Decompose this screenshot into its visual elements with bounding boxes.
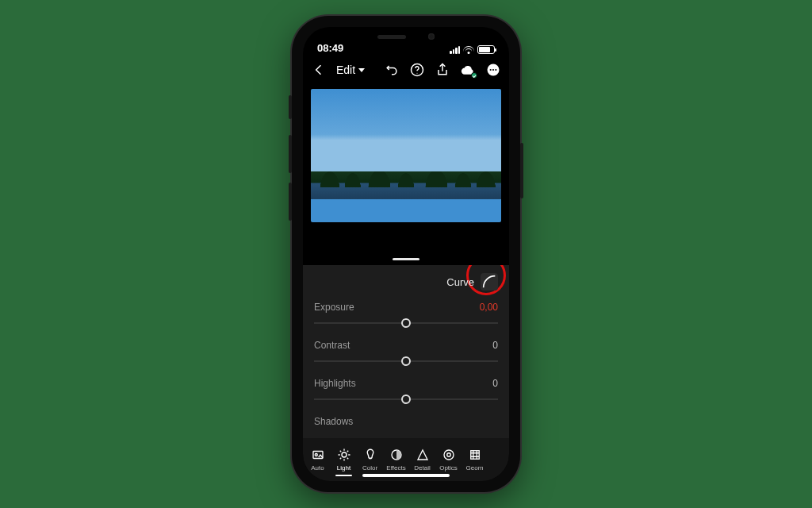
battery-icon xyxy=(477,45,495,54)
exposure-slider[interactable]: Exposure 0,00 xyxy=(314,302,498,329)
exposure-value: 0,00 xyxy=(480,302,498,313)
side-button-volume-up xyxy=(289,135,292,173)
highlights-value: 0 xyxy=(492,378,498,389)
tab-label: Effects xyxy=(386,464,405,471)
shadows-label: Shadows xyxy=(314,416,353,427)
help-button[interactable] xyxy=(409,62,425,78)
tab-optics[interactable]: Optics xyxy=(435,444,462,475)
tab-label: Auto xyxy=(311,464,324,471)
share-button[interactable] xyxy=(435,62,450,78)
phone-screen: 08:49 Edit xyxy=(303,27,509,481)
cloud-sync-button[interactable] xyxy=(460,62,476,78)
side-button-silence xyxy=(289,95,292,119)
tab-detail[interactable]: Detail xyxy=(409,444,435,475)
edit-mode-label: Edit xyxy=(336,64,355,76)
tab-auto[interactable]: Auto xyxy=(304,444,331,475)
svg-point-4 xyxy=(492,69,494,71)
slider-thumb[interactable] xyxy=(401,356,411,366)
geometry-icon xyxy=(468,448,482,462)
app-toolbar: Edit xyxy=(303,56,509,84)
tab-label: Color xyxy=(362,464,377,471)
panel-spacer xyxy=(303,222,509,265)
display-notch xyxy=(358,27,454,46)
auto-icon xyxy=(311,448,325,462)
exposure-label: Exposure xyxy=(314,302,354,313)
status-time: 08:49 xyxy=(317,42,343,54)
cellular-signal-icon xyxy=(450,46,460,54)
tab-label: Geom xyxy=(466,464,484,471)
highlights-label: Highlights xyxy=(314,378,356,389)
curve-icon xyxy=(481,273,498,291)
detail-icon xyxy=(416,448,430,462)
undo-button[interactable] xyxy=(384,62,400,78)
svg-point-1 xyxy=(417,73,418,74)
svg-point-5 xyxy=(495,69,496,71)
panel-drag-handle[interactable] xyxy=(393,258,419,260)
optics-icon xyxy=(442,448,456,462)
tab-color[interactable]: Color xyxy=(357,444,383,475)
edit-mode-dropdown[interactable]: Edit xyxy=(336,64,365,76)
contrast-label: Contrast xyxy=(314,340,350,351)
curve-label: Curve xyxy=(446,276,474,288)
sync-ok-badge xyxy=(471,72,477,79)
contrast-slider[interactable]: Contrast 0 xyxy=(314,340,498,367)
side-button-power xyxy=(520,143,523,198)
svg-point-3 xyxy=(490,69,492,71)
svg-point-8 xyxy=(342,452,347,457)
image-preview-area xyxy=(303,84,509,222)
light-panel: Curve Exposure 0,00 Contrast 0 xyxy=(303,265,509,438)
home-indicator[interactable] xyxy=(362,474,450,477)
svg-point-10 xyxy=(444,450,454,460)
curve-button[interactable] xyxy=(481,273,498,291)
wifi-icon xyxy=(463,46,474,54)
back-button[interactable] xyxy=(311,62,327,78)
side-button-volume-down xyxy=(289,183,292,221)
svg-point-11 xyxy=(446,453,450,457)
slider-thumb[interactable] xyxy=(401,318,411,328)
image-preview[interactable] xyxy=(311,89,501,222)
chevron-down-icon xyxy=(358,68,365,72)
front-camera xyxy=(428,33,435,40)
color-icon xyxy=(363,448,377,462)
tab-label: Detail xyxy=(414,464,430,471)
shadows-slider[interactable]: Shadows xyxy=(314,416,498,427)
phone-frame: 08:49 Edit xyxy=(292,16,520,492)
speaker-grille xyxy=(377,35,406,39)
effects-icon xyxy=(389,448,404,462)
tab-label: Optics xyxy=(439,464,458,471)
slider-thumb[interactable] xyxy=(401,394,411,404)
tab-effects[interactable]: Effects xyxy=(383,444,409,475)
svg-point-7 xyxy=(315,454,317,456)
contrast-value: 0 xyxy=(492,340,498,351)
tab-label: Light xyxy=(337,464,350,471)
tab-light[interactable]: Light xyxy=(331,444,357,475)
more-button[interactable] xyxy=(485,62,501,78)
highlights-slider[interactable]: Highlights 0 xyxy=(314,378,498,405)
svg-rect-12 xyxy=(470,451,479,460)
light-icon xyxy=(337,448,351,462)
tab-geometry[interactable]: Geom xyxy=(462,444,488,475)
